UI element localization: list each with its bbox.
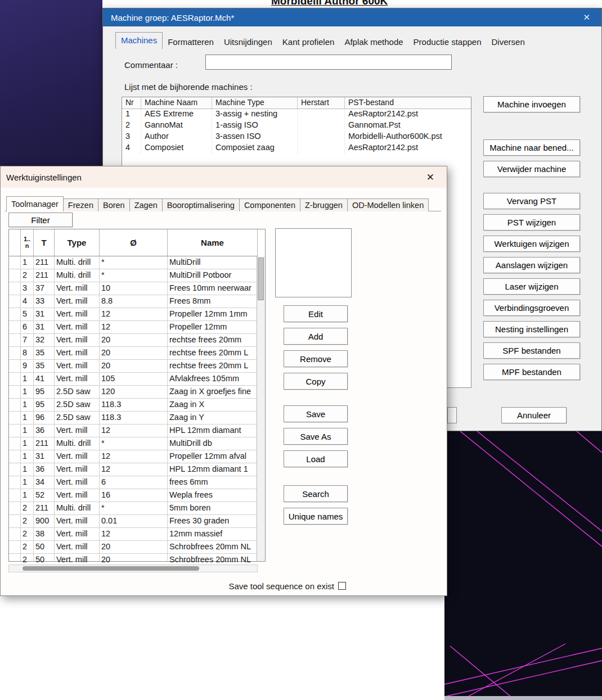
- cell-select[interactable]: [9, 256, 21, 269]
- tool-dialog-tab[interactable]: Booroptimalisering: [162, 198, 240, 211]
- tool-header-t[interactable]: T: [34, 229, 55, 256]
- tool-dialog-button[interactable]: Remove: [284, 350, 348, 367]
- vertical-scrollbar-thumb[interactable]: [258, 258, 264, 300]
- tool-dialog-button[interactable]: Copy: [284, 373, 348, 390]
- tool-table-row[interactable]: 7 32 Vert. mill 20 rechtse frees 20mm: [9, 334, 258, 347]
- horizontal-scrollbar[interactable]: [8, 564, 258, 572]
- machine-table-row[interactable]: 1 AES Extreme 3-assig + nesting AesRapto…: [122, 109, 471, 120]
- machine-dialog-button[interactable]: MPF bestanden: [483, 364, 580, 380]
- vertical-scrollbar[interactable]: [257, 256, 265, 561]
- cell-select[interactable]: [9, 541, 21, 554]
- tool-dialog-button[interactable]: Load: [284, 450, 348, 467]
- machine-dialog-tab[interactable]: Afplak methode: [339, 35, 408, 49]
- tool-dialog-button[interactable]: Save As: [284, 428, 348, 445]
- horizontal-scrollbar-thumb[interactable]: [23, 566, 199, 571]
- tool-table-row[interactable]: 1 95 2.5D saw 120 Zaag in X groefjes fin…: [9, 386, 258, 399]
- machine-dialog-button[interactable]: Verbindingsgroeven: [483, 300, 580, 316]
- machine-table-header[interactable]: Nr: [122, 97, 141, 109]
- tool-table-row[interactable]: 1 95 2.5D saw 118.3 Zaag in X: [9, 399, 258, 412]
- cell-select[interactable]: [9, 437, 21, 450]
- tool-dialog-tab[interactable]: Frezen: [63, 198, 98, 211]
- tool-dialog-tab[interactable]: Z-bruggen: [300, 198, 348, 211]
- machine-dialog-titlebar[interactable]: Machine groep: AESRaptor.Mch* ✕: [103, 8, 601, 26]
- cell-select[interactable]: [9, 489, 21, 502]
- comment-input[interactable]: [205, 55, 452, 70]
- machine-table-header[interactable]: Herstart: [298, 97, 345, 109]
- tool-dialog-tab[interactable]: OD-Modellen linken: [347, 198, 429, 211]
- tool-header-type[interactable]: Type: [55, 229, 100, 256]
- machine-table-header[interactable]: PST-bestand: [345, 97, 471, 109]
- cell-select[interactable]: [9, 554, 21, 562]
- machine-dialog-button[interactable]: SPF bestanden: [483, 342, 580, 359]
- cell-select[interactable]: [9, 295, 21, 308]
- tool-table-row[interactable]: 5 31 Vert. mill 12 Propeller 12mm 1mm: [9, 308, 258, 321]
- tool-table-row[interactable]: 1 52 Vert. mill 16 Wepla frees: [9, 489, 258, 502]
- tool-dialog-button[interactable]: Edit: [284, 305, 348, 322]
- machine-table-row[interactable]: 3 Author 3-assen ISO Morbidelli-Author60…: [122, 132, 471, 143]
- cell-select[interactable]: [9, 463, 21, 476]
- cell-select[interactable]: [9, 502, 21, 515]
- cell-select[interactable]: [9, 373, 21, 386]
- machine-dialog-button[interactable]: Nesting instellingen: [483, 321, 580, 337]
- machine-dialog-tab[interactable]: Formatteren: [163, 35, 219, 49]
- tool-table-row[interactable]: 2 50 Vert. mill 20 Schrobfrees 20mm NL: [9, 541, 258, 554]
- tool-table-row[interactable]: 1 36 Vert. mill 12 HPL 12mm diamant: [9, 424, 258, 437]
- cell-select[interactable]: [9, 515, 21, 528]
- tool-dialog-button[interactable]: Add: [284, 328, 348, 345]
- tool-dialog-tab[interactable]: Componenten: [239, 198, 300, 211]
- tool-table-row[interactable]: 1 36 Vert. mill 12 HPL 12mm diamant 1: [9, 463, 258, 476]
- tool-table-row[interactable]: 1 211 Multi. drill * MultiDrill db: [9, 437, 258, 450]
- tool-dialog-tab[interactable]: Zagen: [129, 198, 163, 211]
- tool-table-row[interactable]: 1 31 Vert. mill 12 Propeller 12mm afval: [9, 450, 258, 463]
- close-icon[interactable]: ✕: [420, 171, 441, 183]
- annuleer-button[interactable]: Annuleer: [501, 407, 567, 423]
- tool-table-row[interactable]: 9 35 Vert. mill 20 rechtse frees 20mm L: [9, 360, 258, 373]
- cell-select[interactable]: [9, 360, 21, 373]
- tool-table-row[interactable]: 8 35 Vert. mill 20 rechtse frees 20mm L: [9, 347, 258, 360]
- cell-select[interactable]: [9, 282, 21, 295]
- tool-table-row[interactable]: 4 33 Vert. mill 8.8 Frees 8mm: [9, 295, 258, 308]
- cell-select[interactable]: [9, 347, 21, 360]
- machine-table-header[interactable]: Machine Naam: [141, 97, 212, 109]
- cell-select[interactable]: [9, 399, 21, 412]
- machine-table-header[interactable]: Machine Type: [212, 97, 298, 109]
- tool-dialog-button[interactable]: Unique names: [284, 508, 348, 525]
- cell-select[interactable]: [9, 321, 21, 334]
- cell-select[interactable]: [9, 424, 21, 437]
- tool-table-row[interactable]: 1 211 Multi. drill * MultiDrill: [9, 256, 258, 269]
- tool-table-row[interactable]: 2 211 Multi. drill * 5mm boren: [9, 502, 258, 515]
- cell-select[interactable]: [9, 450, 21, 463]
- machine-dialog-button[interactable]: Aanslagen wijzigen: [483, 257, 580, 273]
- machine-dialog-button[interactable]: Machine naar bened...: [483, 139, 580, 156]
- machine-dialog-button[interactable]: PST wijzigen: [483, 214, 580, 231]
- tool-table-row[interactable]: 2 211 Multi. drill * MultiDrill Potboor: [9, 269, 258, 282]
- tool-dialog-button[interactable]: Search: [284, 485, 348, 502]
- machine-dialog-button[interactable]: Vervang PST: [483, 193, 580, 209]
- cell-select[interactable]: [9, 528, 21, 541]
- machine-dialog-button[interactable]: Machine invoegen: [483, 96, 580, 112]
- cell-select[interactable]: [9, 334, 21, 347]
- filter-button[interactable]: Filter: [8, 213, 73, 227]
- tool-table-row[interactable]: 3 37 Vert. mill 10 Frees 10mm neerwaar: [9, 282, 258, 295]
- tool-table-row[interactable]: 6 31 Vert. mill 12 Propeller 12mm: [9, 321, 258, 334]
- tool-table-row[interactable]: 2 38 Vert. mill 12 12mm massief: [9, 528, 258, 541]
- machine-dialog-button[interactable]: Verwijder machine: [483, 161, 580, 177]
- machine-dialog-tab[interactable]: Productie stappen: [408, 35, 487, 49]
- machine-dialog-button[interactable]: Werktuigen wijzigen: [483, 236, 580, 252]
- cell-select[interactable]: [9, 269, 21, 282]
- tool-table-row[interactable]: 1 34 Vert. mill 6 frees 6mm: [9, 476, 258, 489]
- close-icon[interactable]: ✕: [579, 12, 594, 22]
- tool-dialog-titlebar[interactable]: Werktuiginstellingen ✕: [1, 166, 447, 188]
- cad-viewport[interactable]: [444, 431, 602, 700]
- ok-button-fragment[interactable]: [447, 407, 457, 423]
- tool-header-name[interactable]: Name: [168, 229, 258, 256]
- cell-select[interactable]: [9, 476, 21, 489]
- tool-table-row[interactable]: 1 41 Vert. mill 105 Afvlakfrees 105mm: [9, 373, 258, 386]
- cell-select[interactable]: [9, 386, 21, 399]
- cell-select[interactable]: [9, 308, 21, 321]
- tool-table-row[interactable]: 2 900 Vert. mill 0.01 Frees 30 graden: [9, 515, 258, 528]
- tool-header-diameter[interactable]: Ø: [100, 229, 168, 256]
- tool-dialog-button[interactable]: Save: [284, 405, 348, 422]
- tool-dialog-tab[interactable]: Boren: [98, 198, 130, 211]
- machine-table-row[interactable]: 4 Composiet Composiet zaag AesRaptor2142…: [122, 143, 471, 154]
